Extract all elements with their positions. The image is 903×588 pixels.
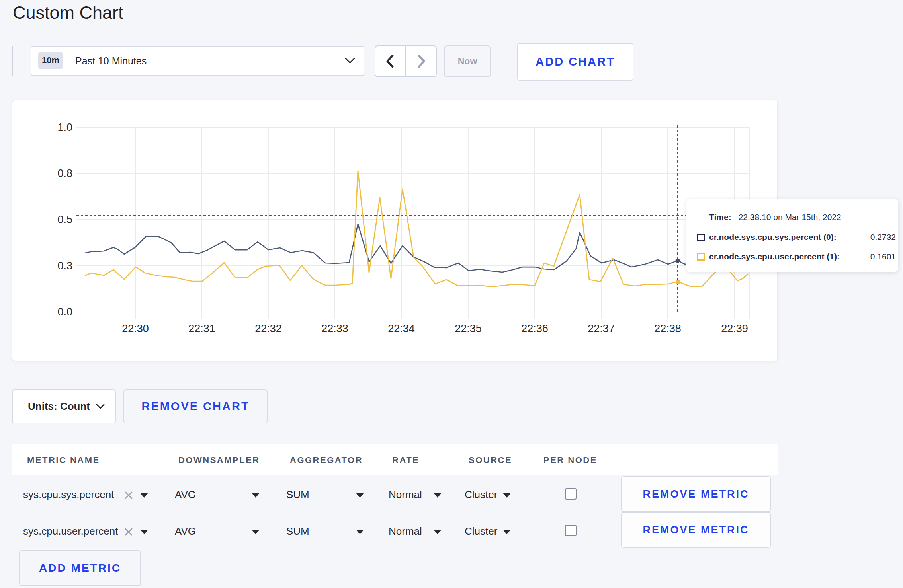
svg-text:22:38: 22:38	[654, 323, 681, 335]
svg-text:22:31: 22:31	[188, 323, 215, 335]
svg-text:22:30: 22:30	[122, 323, 149, 335]
svg-text:22:37: 22:37	[588, 323, 615, 335]
svg-text:22:32: 22:32	[255, 323, 282, 335]
svg-text:22:39: 22:39	[721, 323, 748, 335]
svg-text:1.0: 1.0	[57, 121, 72, 133]
svg-text:22:36: 22:36	[521, 323, 548, 335]
svg-text:22:33: 22:33	[321, 323, 348, 335]
svg-text:0.3: 0.3	[57, 260, 72, 272]
svg-text:22:34: 22:34	[388, 323, 415, 335]
svg-text:0.0: 0.0	[57, 306, 72, 318]
svg-text:0.5: 0.5	[57, 214, 72, 226]
svg-text:22:35: 22:35	[455, 323, 482, 335]
svg-text:0.8: 0.8	[57, 167, 72, 179]
